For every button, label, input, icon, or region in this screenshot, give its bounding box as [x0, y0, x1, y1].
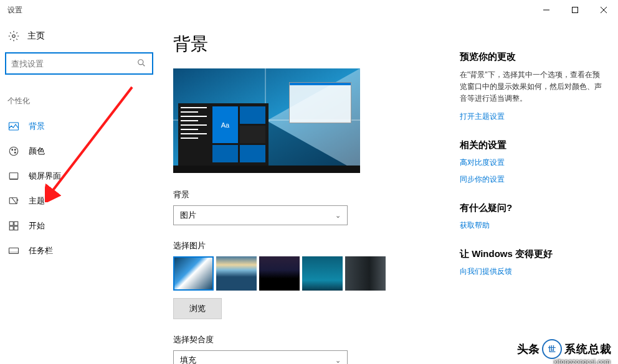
sidebar-item-start[interactable]: 开始 — [5, 213, 153, 238]
browse-button[interactable]: 浏览 — [173, 298, 222, 319]
maximize-button[interactable] — [561, 0, 589, 20]
sidebar-item-themes[interactable]: 主题 — [5, 189, 153, 213]
svg-rect-12 — [9, 226, 13, 230]
open-theme-settings-link[interactable]: 打开主题设置 — [460, 111, 603, 122]
sync-settings-link[interactable]: 同步你的设置 — [460, 174, 603, 185]
related-settings-heading: 相关的设置 — [460, 139, 603, 151]
desktop-preview: Aa — [173, 68, 360, 173]
window-controls — [532, 0, 618, 20]
preview-window — [289, 82, 351, 123]
home-button[interactable]: 主页 — [5, 25, 153, 52]
svg-rect-11 — [14, 222, 18, 225]
search-box[interactable] — [5, 52, 153, 75]
svg-rect-15 — [9, 252, 19, 254]
main-content: 背景 — [173, 32, 435, 364]
gear-icon — [7, 30, 20, 42]
svg-rect-13 — [14, 226, 18, 230]
preview-changes-text: 在"背景"下，选择其中一个选项，查看在预览窗口中的显示效果如何，然后对颜色、声音… — [460, 69, 603, 105]
watermark: 头条 世 系统总裁 — [517, 339, 612, 359]
chevron-down-icon: ⌄ — [335, 212, 341, 220]
sidebar-item-label: 锁屏界面 — [29, 170, 61, 182]
search-input[interactable] — [11, 59, 137, 68]
picture-thumbnails — [173, 256, 435, 291]
dropdown-value: 填充 — [180, 355, 196, 364]
search-icon — [137, 58, 147, 68]
svg-point-1 — [12, 35, 16, 38]
background-dropdown[interactable]: 图片 ⌄ — [173, 205, 348, 225]
sidebar-item-label: 任务栏 — [29, 245, 53, 256]
picture-thumbnail[interactable] — [302, 256, 343, 291]
svg-point-2 — [138, 60, 143, 65]
feedback-link[interactable]: 向我们提供反馈 — [460, 266, 603, 277]
themes-icon — [7, 195, 20, 207]
question-heading: 有什么疑问? — [460, 202, 603, 214]
sidebar: 主页 个性化 背景 颜色 锁屏界面 — [0, 20, 158, 364]
chevron-down-icon: ⌄ — [335, 357, 341, 365]
preview-tile-aa: Aa — [212, 106, 238, 143]
picture-thumbnail[interactable] — [259, 256, 300, 291]
svg-point-7 — [14, 152, 16, 153]
sidebar-item-taskbar[interactable]: 任务栏 — [5, 238, 153, 263]
right-pane: 预览你的更改 在"背景"下，选择其中一个选项，查看在预览窗口中的显示效果如何，然… — [460, 32, 603, 364]
make-windows-better-heading: 让 Windows 变得更好 — [460, 248, 603, 260]
home-label: 主页 — [27, 30, 45, 42]
picture-icon — [7, 120, 20, 133]
watermark-url: xitongzongcai.com — [554, 358, 611, 364]
preview-changes-heading: 预览你的更改 — [460, 51, 603, 63]
svg-point-6 — [14, 149, 16, 151]
taskbar-icon — [7, 245, 20, 257]
sidebar-item-lockscreen[interactable]: 锁屏界面 — [5, 164, 153, 189]
get-help-link[interactable]: 获取帮助 — [460, 220, 603, 231]
minimize-button[interactable] — [532, 0, 561, 20]
svg-point-5 — [12, 149, 13, 151]
sidebar-item-colors[interactable]: 颜色 — [5, 139, 153, 164]
sidebar-item-label: 主题 — [29, 195, 45, 207]
fit-dropdown[interactable]: 填充 ⌄ — [173, 350, 348, 364]
background-label: 背景 — [173, 189, 435, 200]
lockscreen-icon — [7, 170, 20, 182]
svg-rect-8 — [9, 173, 18, 179]
dropdown-value: 图片 — [180, 210, 196, 221]
svg-point-4 — [9, 147, 18, 156]
choose-picture-label: 选择图片 — [173, 240, 435, 251]
window-title: 设置 — [7, 5, 22, 16]
watermark-logo-icon: 世 — [542, 339, 562, 359]
close-button[interactable] — [589, 0, 618, 20]
picture-thumbnail[interactable] — [173, 256, 214, 291]
svg-rect-10 — [9, 222, 13, 225]
sidebar-item-label: 背景 — [29, 121, 45, 132]
watermark-name: 系统总裁 — [564, 342, 612, 357]
preview-start-menu: Aa — [178, 103, 269, 166]
category-title: 个性化 — [5, 92, 153, 114]
preview-taskbar — [173, 166, 360, 173]
page-title: 背景 — [173, 32, 435, 56]
titlebar: 设置 — [0, 0, 618, 20]
picture-thumbnail[interactable] — [216, 256, 257, 291]
svg-rect-0 — [573, 7, 578, 13]
start-icon — [7, 220, 20, 232]
palette-icon — [7, 145, 20, 157]
picture-thumbnail[interactable] — [345, 256, 386, 291]
high-contrast-link[interactable]: 高对比度设置 — [460, 157, 603, 168]
sidebar-item-background[interactable]: 背景 — [5, 114, 153, 139]
fit-label: 选择契合度 — [173, 334, 435, 345]
watermark-head: 头条 — [517, 342, 540, 357]
sidebar-item-label: 颜色 — [29, 146, 45, 157]
sidebar-item-label: 开始 — [29, 220, 45, 231]
